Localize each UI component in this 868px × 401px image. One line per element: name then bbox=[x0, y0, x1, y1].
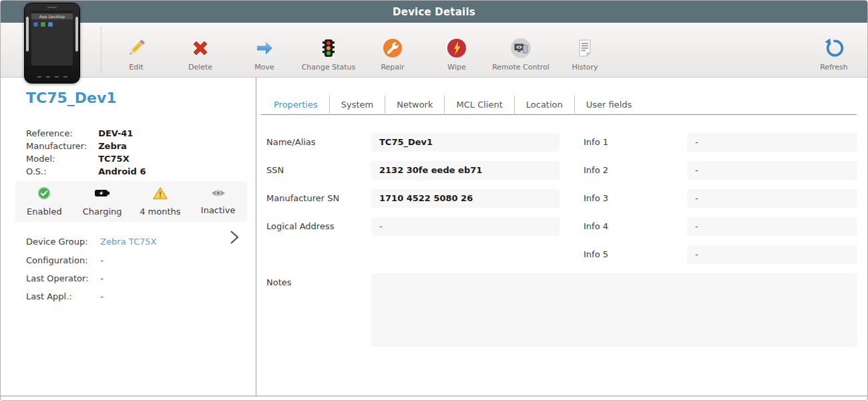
phone-speaker bbox=[47, 7, 57, 8]
wipe-lightning-icon bbox=[446, 37, 467, 59]
info3-label: Info 3 bbox=[584, 189, 608, 208]
detail-label: Model: bbox=[26, 154, 95, 164]
history-document-icon bbox=[574, 37, 596, 59]
wipe-button[interactable]: Wipe bbox=[425, 23, 489, 77]
refresh-icon bbox=[824, 37, 844, 59]
notes-label: Notes bbox=[266, 273, 292, 292]
info2-field[interactable]: - bbox=[687, 161, 857, 180]
notes-field[interactable] bbox=[371, 273, 857, 347]
status-charging: Charging bbox=[73, 181, 132, 222]
tab-properties[interactable]: Properties bbox=[262, 96, 329, 114]
main-area: TC75_Dev1 Reference: DEV-41 Manufacturer… bbox=[1, 78, 867, 396]
device-status-strip: Enabled Charging bbox=[15, 181, 247, 222]
toolbar: Edit Delete bbox=[1, 23, 867, 78]
pencil-icon bbox=[126, 37, 147, 59]
detail-value: DEV-41 bbox=[98, 128, 133, 138]
toolbar-button-label: Move bbox=[254, 63, 274, 72]
info4-field[interactable]: - bbox=[687, 217, 857, 236]
tab-network[interactable]: Network bbox=[385, 96, 444, 114]
logical-address-label: Logical Address bbox=[266, 217, 334, 236]
configuration-label: Configuration: bbox=[26, 255, 97, 265]
info2-label: Info 2 bbox=[584, 161, 608, 180]
toolbar-buttons: Edit Delete bbox=[104, 23, 617, 77]
device-summary-panel: TC75_Dev1 Reference: DEV-41 Manufacturer… bbox=[1, 78, 256, 396]
name-alias-field[interactable]: TC75_Dev1 bbox=[371, 133, 560, 152]
battery-charging-icon bbox=[94, 186, 110, 203]
info1-field[interactable]: - bbox=[687, 133, 857, 152]
device-detail-row: O.S.: Android 6 bbox=[26, 166, 146, 176]
device-properties-panel: Properties System Network MCL Client Loc… bbox=[257, 78, 867, 396]
phone-screen: App Desktop bbox=[31, 11, 73, 65]
device-group-row: Device Group: Zebra TC75X bbox=[26, 237, 156, 247]
delete-x-icon bbox=[190, 37, 211, 59]
refresh-button[interactable]: Refresh bbox=[802, 23, 866, 77]
device-group-label: Device Group: bbox=[26, 237, 97, 247]
move-button[interactable]: Move bbox=[232, 23, 296, 77]
phone-side-rail bbox=[75, 17, 78, 51]
info1-label: Info 1 bbox=[584, 133, 608, 152]
device-group-link[interactable]: Zebra TC75X bbox=[100, 237, 156, 247]
phone-screen-title: App Desktop bbox=[31, 13, 73, 19]
manufacturer-sn-label: Manufacturer SN bbox=[266, 189, 339, 208]
repair-wrench-icon bbox=[382, 37, 403, 59]
eye-icon bbox=[211, 188, 226, 201]
status-label: Charging bbox=[83, 207, 122, 217]
warning-triangle-icon bbox=[153, 186, 168, 203]
status-battery-age: 4 months bbox=[132, 181, 190, 222]
ssn-label: SSN bbox=[266, 161, 284, 180]
ssn-field[interactable]: 2132 30fe eede eb71 bbox=[371, 161, 560, 180]
name-alias-label: Name/Alias bbox=[266, 133, 316, 152]
detail-label: Manufacturer: bbox=[26, 141, 95, 151]
manufacturer-sn-field[interactable]: 1710 4522 5080 26 bbox=[371, 189, 560, 208]
device-detail-row: Reference: DEV-41 bbox=[26, 128, 133, 138]
tab-underline bbox=[261, 114, 857, 115]
last-operator-label: Last Operator: bbox=[26, 273, 97, 283]
history-button[interactable]: History bbox=[553, 23, 617, 77]
tab-user-fields[interactable]: User fields bbox=[574, 96, 644, 114]
change-status-button[interactable]: Change Status bbox=[296, 23, 361, 77]
status-inactive: Inactive bbox=[189, 181, 247, 222]
remote-control-button[interactable]: Remote Control bbox=[489, 23, 553, 77]
info4-label: Info 4 bbox=[584, 217, 608, 236]
status-label: 4 months bbox=[140, 207, 180, 217]
tab-location[interactable]: Location bbox=[514, 96, 574, 114]
toolbar-button-label: Remote Control bbox=[492, 63, 550, 72]
device-name-heading: TC75_Dev1 bbox=[26, 90, 117, 106]
edit-button[interactable]: Edit bbox=[104, 23, 168, 77]
chevron-right-icon[interactable] bbox=[230, 230, 239, 247]
device-photo: App Desktop bbox=[24, 3, 80, 84]
info5-field[interactable]: - bbox=[687, 245, 857, 264]
phone-app-icon bbox=[48, 22, 53, 27]
tab-mcl-client[interactable]: MCL Client bbox=[444, 96, 513, 114]
device-detail-row: Manufacturer: Zebra bbox=[26, 141, 127, 151]
toolbar-button-label: Wipe bbox=[447, 63, 465, 72]
traffic-light-icon bbox=[318, 37, 339, 59]
toolbar-button-label: Change Status bbox=[302, 63, 356, 72]
remote-control-icon bbox=[510, 37, 531, 59]
toolbar-button-label: Refresh bbox=[820, 63, 848, 72]
logical-address-field[interactable]: - bbox=[371, 217, 560, 236]
info3-field[interactable]: - bbox=[687, 189, 857, 208]
detail-value: Zebra bbox=[98, 141, 127, 151]
detail-value: Android 6 bbox=[98, 166, 146, 176]
last-operator-value: - bbox=[100, 273, 103, 283]
check-circle-icon bbox=[37, 186, 51, 203]
phone-app-icons bbox=[31, 19, 73, 29]
phone-app-icon bbox=[33, 22, 38, 27]
status-label: Inactive bbox=[201, 205, 236, 215]
tab-system[interactable]: System bbox=[329, 96, 385, 114]
tab-bar: Properties System Network MCL Client Loc… bbox=[262, 96, 643, 114]
device-details-page: Device Details App Desktop bbox=[0, 0, 868, 401]
last-operator-row: Last Operator: - bbox=[26, 273, 103, 283]
page-title: Device Details bbox=[393, 6, 475, 18]
toolbar-separator bbox=[101, 27, 101, 74]
info5-label: Info 5 bbox=[584, 245, 608, 264]
device-detail-row: Model: TC75X bbox=[26, 154, 130, 164]
last-appl-label: Last Appl.: bbox=[26, 291, 97, 301]
status-label: Enabled bbox=[27, 207, 62, 217]
last-appl-value: - bbox=[100, 291, 103, 301]
phone-app-icon bbox=[41, 22, 45, 27]
repair-button[interactable]: Repair bbox=[361, 23, 425, 77]
delete-button[interactable]: Delete bbox=[168, 23, 232, 77]
title-bar: Device Details bbox=[1, 1, 867, 23]
